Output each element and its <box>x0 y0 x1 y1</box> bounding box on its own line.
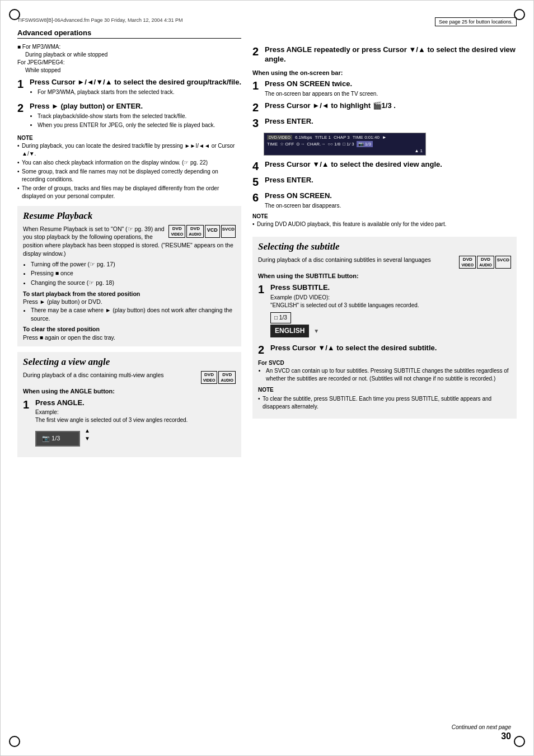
angle-note: NOTE During DVD AUDIO playback, this fea… <box>252 213 517 228</box>
resume-bullets: Turning off the power (☞ pg. 17) Pressin… <box>23 260 236 287</box>
onscreen-step3-num: 3 <box>252 117 263 129</box>
onscreen-step6-num: 6 <box>252 191 263 204</box>
resume-playback-box: Resume Playback DVDVIDEO DVDAUDIO VCD SV… <box>17 206 241 346</box>
corner-decoration-bl <box>9 736 20 747</box>
left-column: Advanced operations ■ For MP3/WMA: Durin… <box>17 29 241 462</box>
badge-dvd-audio: DVDAUDIO <box>186 225 204 238</box>
onscreen-step1-body: The on-screen bar appears on the TV scre… <box>265 90 517 98</box>
onscreen-step2-content: Press Cursor ►/◄ to highlight 🎬1/3 . <box>265 101 517 112</box>
adv-step1-subs: For MP3/WMA, playback starts from the se… <box>30 88 241 96</box>
subtitle-display-container: □ 1/3 ENGLISH ▼ <box>270 312 511 337</box>
onscreen-step5-header: Press ENTER. <box>265 176 517 185</box>
onscreen-step1-content: Press ON SCREEN twice. The on-screen bar… <box>265 79 517 98</box>
header-row: TIFSW9SW8[B]-06Advanced.fm Page 30 Frida… <box>17 17 517 26</box>
resume-stored-text: Press ► (play button) or DVD. <box>23 298 236 306</box>
resume-playback-content: DVDVIDEO DVDAUDIO VCD SVCD When Resume P… <box>23 225 236 342</box>
adv-step2-subs: Track playback/slide-show starts from th… <box>30 112 241 129</box>
badge-dvd-video2: DVDVIDEO <box>201 371 218 384</box>
adv-note: NOTE During playback, you can locate the… <box>17 135 241 200</box>
view-angle-box: Selecting a view angle DVDVIDEO DVDAUDIO… <box>17 352 241 457</box>
view-angle-badges: DVDVIDEO DVDAUDIO <box>201 371 236 384</box>
see-page-box: See page 25 for button locations. <box>435 17 517 26</box>
subtitle-content: DVDVIDEO DVDAUDIO SVCD During playback o… <box>258 256 511 411</box>
resume-stored-note: There may be a case where ► (play button… <box>31 306 236 322</box>
onscreen-step2-header: Press Cursor ►/◄ to highlight 🎬1/3 . <box>265 101 517 111</box>
badge-dvd-audio2: DVDAUDIO <box>218 371 236 384</box>
angle-note-title: NOTE <box>252 213 517 219</box>
corner-decoration-tr <box>514 9 525 20</box>
subtitle-arrow-down: ▼ <box>313 327 319 335</box>
adv-step1: 1 Press Cursor ►/◄/▼/▲ to select the des… <box>17 78 241 98</box>
bar-mbps: 6.1Mbps <box>295 135 312 140</box>
subtitle-button-label: When using the SUBTITLE button: <box>258 272 511 280</box>
badge-dvd-audio3: DVDAUDIO <box>477 256 494 269</box>
bar-indicator: ▲ 1 <box>267 148 423 153</box>
onscreen-step1: 1 Press ON SCREEN twice. The on-screen b… <box>252 79 517 98</box>
angle-step2-content: Press ANGLE repeatedly or press Cursor ▼… <box>265 45 517 65</box>
onscreen-step6-header: Press ON SCREEN. <box>265 191 517 201</box>
mp3-wma-label: ■ For MP3/WMA: During playback or while … <box>17 43 241 74</box>
subtitle-step2-content: Press Cursor ▼/▲ to select the desired s… <box>270 344 511 354</box>
onscreen-step2-num: 2 <box>252 101 263 114</box>
page-number: 30 <box>501 731 511 741</box>
adv-step2-header: Press ► (play button) or ENTER. <box>30 102 241 111</box>
adv-note-item4: The order of groups, tracks and files ma… <box>17 185 241 200</box>
adv-step1-content: Press Cursor ►/◄/▼/▲ to select the desir… <box>30 78 241 98</box>
adv-step2: 2 Press ► (play button) or ENTER. Track … <box>17 102 241 132</box>
resume-bullet1: Turning off the power (☞ pg. 17) <box>31 260 236 269</box>
subtitle-step1-header: Press SUBTITLE. <box>270 283 511 293</box>
angle-step1-header: Press ANGLE. <box>35 398 236 408</box>
adv-note-body: During playback, you can locate the desi… <box>17 142 241 200</box>
onscreen-step5-num: 5 <box>252 176 263 188</box>
badge-vcd: VCD <box>205 225 220 238</box>
onscreen-step6: 6 Press ON SCREEN. The on-screen bar dis… <box>252 191 517 210</box>
subtitle-step2: 2 Press Cursor ▼/▲ to select the desired… <box>258 344 511 356</box>
bar-time-label: TIME <box>267 142 278 147</box>
onscreen-step4-content: Press Cursor ▼/▲ to select the desired v… <box>265 160 517 171</box>
bar-square-num: □ 1/ 3 <box>343 142 354 147</box>
onscreen-bar-row1: DVD-VIDEO 6.1Mbps TITLE 1 CHAP 3 TIME 0:… <box>267 135 423 140</box>
angle-step1: 1 Press ANGLE. Example: The first view a… <box>23 398 236 449</box>
angle-example-text: The first view angle is selected out of … <box>35 416 236 424</box>
adv-step1-sub1: For MP3/WMA, playback starts from the se… <box>38 88 241 96</box>
bar-char: CHAR.→ <box>307 142 325 147</box>
svcd-notes: An SVCD can contain up to four subtitles… <box>258 367 511 383</box>
resume-stored-title: To start playback from the stored positi… <box>23 290 236 298</box>
adv-step2-sub2: When you press ENTER for JPEG, only the … <box>38 121 241 129</box>
bar-dvd-video-label: DVD-VIDEO <box>267 135 292 140</box>
adv-step2-sub1: Track playback/slide-show starts from th… <box>38 112 241 120</box>
resume-clear-title: To clear the stored position <box>23 325 236 334</box>
subtitle-num-display: □ 1/3 <box>270 312 291 323</box>
onscreen-display-bar: DVD-VIDEO 6.1Mbps TITLE 1 CHAP 3 TIME 0:… <box>264 133 426 156</box>
corner-decoration-tl <box>9 9 20 20</box>
subtitle-example-label: Example (DVD VIDEO): <box>270 294 511 302</box>
onscreen-step3: 3 Press ENTER. <box>252 117 517 129</box>
resume-bullet2: Pressing ■ once <box>31 269 236 278</box>
bar-circle: ⊙→ <box>296 142 305 147</box>
angle-step2-header: Press ANGLE repeatedly or press Cursor ▼… <box>265 45 517 64</box>
angle-step1-content: Press ANGLE. Example: The first view ang… <box>35 398 236 449</box>
subtitle-note: NOTE To clear the subtitle, press SUBTIT… <box>258 386 511 411</box>
onscreen-step2: 2 Press Cursor ►/◄ to highlight 🎬1/3 . <box>252 101 517 114</box>
subtitle-badges: DVDVIDEO DVDAUDIO SVCD <box>459 256 511 269</box>
angle-note-body: During DVD AUDIO playback, this feature … <box>252 220 517 228</box>
angle-display-box: 📷 1/3 <box>35 431 80 446</box>
page-container: TIFSW9SW8[B]-06Advanced.fm Page 30 Frida… <box>0 0 534 756</box>
svcd-text: An SVCD can contain up to four subtitles… <box>266 367 511 383</box>
adv-step2-num: 2 <box>17 102 27 114</box>
subtitle-example-text: "ENGLISH" is selected out of 3 subtitle … <box>270 302 511 309</box>
angle-display-container: 📷 1/3 ▲ ▼ <box>35 427 236 446</box>
onscreen-step3-content: Press ENTER. <box>265 117 517 128</box>
subtitle-step1-content: Press SUBTITLE. Example (DVD VIDEO): "EN… <box>270 283 511 340</box>
onscreen-step4-num: 4 <box>252 160 263 172</box>
onscreen-step6-body: The on-screen bar disappears. <box>265 202 517 210</box>
onscreen-step3-header: Press ENTER. <box>265 117 517 126</box>
adv-note-item2: You can also check playback information … <box>17 159 241 167</box>
onscreen-bar-row2: TIME ☆ OFF ⊙→ CHAR.→ ○○ 1/8 □ 1/ 3 📷 1/3 <box>267 141 423 147</box>
angle-step2-num: 2 <box>252 45 263 58</box>
onscreen-step5-content: Press ENTER. <box>265 176 517 186</box>
main-content: Advanced operations ■ For MP3/WMA: Durin… <box>17 29 517 462</box>
bar-play: ► <box>382 135 387 140</box>
view-angle-title: Selecting a view angle <box>23 356 236 368</box>
onscreen-step1-num: 1 <box>252 79 263 92</box>
